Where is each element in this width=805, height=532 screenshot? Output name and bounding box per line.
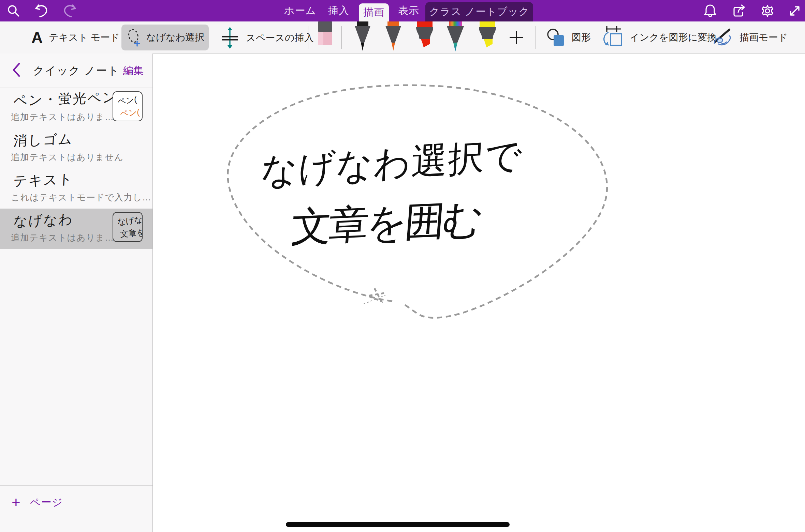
redo-button[interactable] xyxy=(61,3,78,19)
plus-icon: + xyxy=(12,495,20,510)
sidebar-footer-divider xyxy=(0,485,152,486)
text-mode-icon: A xyxy=(31,30,43,45)
home-indicator[interactable] xyxy=(286,522,510,527)
add-page-button[interactable]: + ページ xyxy=(12,495,63,510)
search-icon xyxy=(6,4,21,18)
text-mode-button[interactable]: A テキスト モード xyxy=(31,30,120,45)
page-title-ink: なげなわ xyxy=(13,210,74,231)
tab-class-notebook-label: クラス ノートブック xyxy=(429,5,529,19)
plus-icon xyxy=(509,30,524,45)
top-app-bar: ホーム 挿入 描画 表示 クラス ノートブック xyxy=(0,0,805,21)
red-highlighter[interactable] xyxy=(413,21,437,52)
page-subtitle: これはテキストモードで入力し… xyxy=(11,192,151,203)
thumbnail-ink-line: ペン( xyxy=(117,93,143,107)
gear-icon xyxy=(760,3,775,18)
undo-button[interactable] xyxy=(33,3,50,19)
ink-to-shape-icon xyxy=(601,26,624,49)
add-pen-button[interactable] xyxy=(508,29,525,46)
note-canvas[interactable]: なげなわ選択で 文章を囲む xyxy=(153,54,805,532)
tab-view-label: 表示 xyxy=(398,4,419,18)
page-list-item-pen-highlighter[interactable]: ペン・蛍光ペン 追加テキストはありま… ペン( ペン( xyxy=(0,88,152,128)
page-list-item-text[interactable]: テキスト これはテキストモードで入力し… xyxy=(0,168,152,209)
insert-space-button[interactable]: スペースの挿入 xyxy=(220,26,314,49)
fullscreen-button[interactable] xyxy=(787,3,803,19)
lasso-select-button[interactable]: なげなわ選択 xyxy=(121,25,209,50)
page-list-sidebar: クイック ノート 編集 ペン・蛍光ペン 追加テキストはありま… ペン( ペン( … xyxy=(0,54,153,532)
black-pen[interactable] xyxy=(351,21,374,52)
settings-button[interactable] xyxy=(759,3,776,19)
page-thumbnail: なげなわ 文章を xyxy=(113,212,143,242)
rainbow-pen[interactable] xyxy=(444,21,467,52)
eraser-icon xyxy=(314,21,336,47)
handwritten-ink-line-2: 文章を囲む xyxy=(289,192,483,255)
yellow-highlighter[interactable] xyxy=(475,21,499,52)
insert-space-label: スペースの挿入 xyxy=(246,31,314,44)
lasso-knot xyxy=(368,288,384,301)
tab-class-notebook[interactable]: クラス ノートブック xyxy=(425,2,533,21)
lasso-select-label: なげなわ選択 xyxy=(146,31,205,44)
page-title-ink: ペン・蛍光ペン xyxy=(13,88,118,110)
thumbnail-ink-line: なげなわ xyxy=(117,214,143,227)
tab-home[interactable]: ホーム xyxy=(283,0,317,21)
lasso-select-icon xyxy=(126,28,142,47)
thumbnail-ink-line: 文章を xyxy=(120,227,142,240)
ink-to-shape-button[interactable]: インクを図形に変換 xyxy=(601,26,717,49)
page-list: ペン・蛍光ペン 追加テキストはありま… ペン( ペン( 消しゴム 追加テキストは… xyxy=(0,88,152,249)
page-subtitle: 追加テキストはありま… xyxy=(11,232,114,244)
orange-pen[interactable] xyxy=(382,21,405,52)
eraser-tool[interactable] xyxy=(314,21,336,49)
lasso-knot-tail xyxy=(364,295,385,304)
shapes-button[interactable]: 図形 xyxy=(546,27,591,48)
add-page-label: ページ xyxy=(30,496,63,510)
bell-icon xyxy=(703,3,718,18)
sidebar-header: クイック ノート 編集 xyxy=(0,54,152,88)
draw-ribbon: A テキスト モード なげなわ選択 スペースの挿入 xyxy=(0,21,805,54)
search-button[interactable] xyxy=(5,3,22,19)
draw-mode-label: 描画モード xyxy=(740,31,788,44)
page-title-ink: 消しゴム xyxy=(13,130,74,150)
share-button[interactable] xyxy=(731,3,747,19)
page-subtitle: 追加テキストはありません xyxy=(11,151,123,163)
shapes-icon xyxy=(546,27,566,48)
tab-insert-label: 挿入 xyxy=(328,4,349,18)
notifications-button[interactable] xyxy=(702,3,718,19)
page-list-item-eraser[interactable]: 消しゴム 追加テキストはありません xyxy=(0,128,152,168)
tab-view[interactable]: 表示 xyxy=(394,0,423,21)
thumbnail-ink-line: ペン( xyxy=(120,107,142,119)
shapes-label: 図形 xyxy=(572,31,591,44)
lasso-selection-outline xyxy=(153,54,805,532)
redo-icon xyxy=(62,3,77,19)
page-title-ink: テキスト xyxy=(13,170,74,191)
tab-draw-selected[interactable]: 描画 xyxy=(359,3,389,21)
tab-insert[interactable]: 挿入 xyxy=(324,0,353,21)
text-mode-label: テキスト モード xyxy=(49,31,120,44)
ribbon-divider-2 xyxy=(341,26,342,49)
insert-space-icon xyxy=(220,26,240,49)
tab-draw-label: 描画 xyxy=(363,5,384,19)
page-subtitle: 追加テキストはありま… xyxy=(11,111,114,123)
draw-mode-icon xyxy=(712,27,733,48)
expand-icon xyxy=(787,3,802,18)
ribbon-divider-3 xyxy=(535,26,536,49)
page-thumbnail: ペン( ペン( xyxy=(113,91,143,121)
tab-home-label: ホーム xyxy=(284,4,316,18)
page-list-item-lasso-selected[interactable]: なげなわ 追加テキストはありま… なげなわ 文章を xyxy=(0,209,152,249)
share-icon xyxy=(731,3,746,18)
undo-icon xyxy=(34,3,49,19)
ink-to-shape-label: インクを図形に変換 xyxy=(630,31,717,44)
handwritten-ink-line-1: なげなわ選択で xyxy=(260,131,524,196)
draw-mode-button[interactable]: 描画モード xyxy=(712,27,788,48)
ribbon-divider-1 xyxy=(308,26,308,49)
edit-button[interactable]: 編集 xyxy=(123,54,144,88)
